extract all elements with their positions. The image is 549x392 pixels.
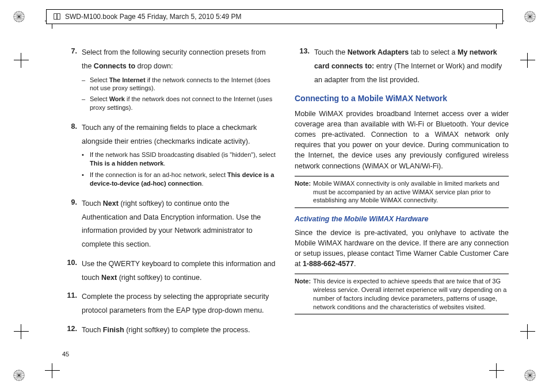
- step8-bullet2: If the connection is for an ad-hoc netwo…: [82, 171, 276, 188]
- step-8: 8. Touch any of the remaining fields to …: [62, 121, 276, 191]
- step7-dash2: Select Work if the network does not conn…: [82, 95, 276, 112]
- right-column: 13. Touch the Network Adapters tab to se…: [295, 46, 509, 346]
- svg-line-13: [526, 13, 535, 21]
- wimax-intro-para: Mobile WiMAX provides broadband Internet…: [295, 109, 509, 171]
- ornament-icon: [13, 10, 25, 23]
- activating-para: Since the device is pre-activated, you o…: [295, 228, 509, 270]
- note-text: Mobile WiMAX connectivity is only availa…: [313, 179, 509, 205]
- crop-mark-icon: [14, 324, 29, 339]
- step-10: 10. Use the QWERTY keyboard to complete …: [62, 258, 276, 285]
- svg-line-32: [527, 370, 532, 380]
- svg-point-0: [14, 11, 24, 22]
- svg-line-14: [527, 11, 532, 21]
- step7-dash1: Select The Internet if the network conne…: [82, 76, 276, 93]
- section-heading-wimax: Connecting to a Mobile WiMAX Network: [295, 93, 509, 105]
- svg-line-22: [15, 371, 24, 380]
- svg-line-21: [15, 371, 24, 380]
- note-label: Note:: [295, 277, 313, 311]
- crop-mark-icon: [520, 324, 535, 339]
- svg-line-17: [525, 14, 535, 19]
- svg-line-24: [16, 370, 21, 380]
- svg-line-26: [14, 372, 24, 378]
- svg-line-34: [525, 372, 535, 378]
- svg-line-3: [15, 13, 24, 21]
- note-block-2: Note: This device is expected to achieve…: [295, 274, 509, 314]
- svg-line-25: [14, 372, 24, 378]
- svg-point-18: [14, 370, 24, 381]
- header-text: SWD-M100.book Page 45 Friday, March 5, 2…: [65, 13, 242, 21]
- svg-line-15: [527, 11, 532, 21]
- svg-line-8: [14, 14, 24, 19]
- step-13: 13. Touch the Network Adapters tab to se…: [295, 46, 509, 87]
- step8-bullet1: If the network has SSID broadcasting dis…: [82, 151, 276, 168]
- svg-line-5: [16, 11, 21, 21]
- page-content: 7. Select from the following security co…: [62, 46, 509, 346]
- svg-line-4: [15, 13, 24, 21]
- crop-mark-icon: [14, 53, 29, 68]
- crop-mark-icon: [489, 363, 504, 378]
- step-9: 9. Touch Next (right softkey) to continu…: [62, 197, 276, 252]
- ornament-icon: [524, 369, 536, 382]
- svg-line-31: [526, 371, 535, 380]
- crop-mark-icon: [45, 363, 60, 378]
- step-11: 11. Complete the process by selecting th…: [62, 290, 276, 318]
- left-column: 7. Select from the following security co…: [62, 46, 276, 346]
- ornament-icon: [13, 369, 25, 382]
- page-header: SWD-M100.book Page 45 Friday, March 5, 2…: [46, 9, 503, 24]
- svg-point-9: [525, 11, 535, 22]
- step-7: 7. Select from the following security co…: [62, 46, 276, 116]
- svg-line-35: [525, 372, 535, 378]
- svg-line-16: [525, 14, 535, 19]
- svg-line-6: [16, 11, 21, 21]
- book-icon: [52, 12, 62, 21]
- ornament-icon: [524, 10, 536, 23]
- svg-line-33: [527, 370, 532, 380]
- svg-line-30: [526, 371, 535, 380]
- page-number: 45: [62, 351, 69, 358]
- svg-line-7: [14, 14, 24, 19]
- step-12: 12. Touch Finish (right softkey) to comp…: [62, 324, 276, 337]
- svg-line-12: [526, 13, 535, 21]
- svg-point-27: [525, 370, 535, 381]
- crop-mark-icon: [520, 53, 535, 68]
- note-text: This device is expected to achieve speed…: [313, 277, 509, 311]
- sub-heading-activating: Activating the Mobile WiMAX Hardware: [295, 214, 509, 225]
- note-block-1: Note: Mobile WiMAX connectivity is only …: [295, 176, 509, 209]
- svg-line-23: [16, 370, 21, 380]
- note-label: Note:: [295, 179, 313, 205]
